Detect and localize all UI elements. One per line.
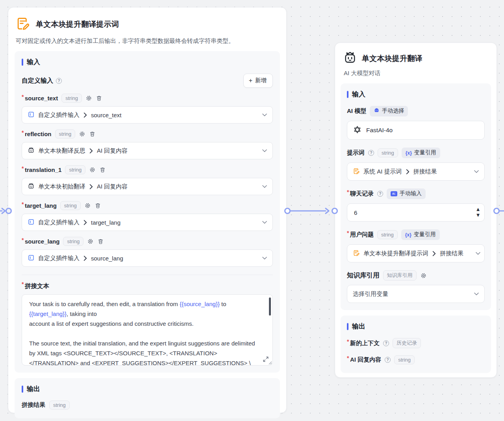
help-icon[interactable] [377,191,383,197]
param-type-badge: string [55,129,76,138]
plugin-icon [28,218,35,227]
param-row-target-lang: target_lang string 自定义插件输入 target_lang [22,201,273,231]
stepper-up-icon[interactable] [476,205,480,211]
ref-field-name: source_text [91,112,122,118]
help-icon[interactable] [385,357,391,363]
chat-history-input[interactable]: 6 [347,203,485,222]
param-row-source-lang: source_lang string 自定义插件输入 source_lang [22,237,273,267]
ref-field-name: AI 回复内容 [97,183,128,190]
context-output-name: 新的上下文 [350,340,380,347]
help-icon[interactable] [56,78,62,84]
robot-icon [28,147,35,155]
section-title: 输出 [27,384,40,393]
chevron-down-icon [262,185,267,188]
param-delete-icon[interactable] [94,202,101,209]
expand-icon[interactable] [263,356,269,362]
param-name: target_lang [25,202,57,209]
model-mode-badge[interactable]: 手动选择 [370,106,408,116]
chevron-right-icon [83,256,87,261]
plugin-icon [28,254,35,262]
variable-icon [405,231,411,238]
chevron-right-icon [89,148,93,153]
context-badge: 历史记录 [393,338,421,348]
robot-icon [28,183,35,191]
chat-history-label: 聊天记录 [350,190,374,198]
ref-node-name: 系统 AI 提示词 [363,168,402,175]
node-subtitle: AI 大模型对话 [344,70,489,77]
kb-settings-icon[interactable] [420,272,427,279]
param-type-badge: string [60,201,81,210]
param-name: reflection [25,131,52,137]
concat-text-label: 拼接文本 [25,282,49,290]
param-ref-select[interactable]: 自定义插件输入 source_text [22,106,273,124]
param-delete-icon[interactable] [96,95,102,102]
add-param-button[interactable]: 新增 [243,74,273,88]
help-icon[interactable] [368,150,374,156]
param-settings-icon[interactable] [84,202,91,209]
output-panel: 输出 拼接结果 string [15,378,280,418]
kb-placeholder: 选择引用变量 [353,290,388,298]
manual-input-badge[interactable]: 手动输入 [387,188,426,199]
param-type-badge: string [65,165,85,174]
input-panel: 输入 自定义输入 新增 source_text string [15,51,280,373]
chevron-down-icon [262,149,267,152]
param-ref-select[interactable]: 自定义插件输入 source_lang [22,249,273,267]
variable-token: {{target_lang}} [29,310,67,317]
param-settings-icon[interactable] [89,166,96,173]
node-description: 可对固定或传入的文本进行加工后输出，非字符串类型数据最终会转成字符串类型。 [16,37,279,45]
workflow-canvas[interactable]: 单文本块提升翻译提示词 可对固定或传入的文本进行加工后输出，非字符串类型数据最终… [0,0,504,421]
param-ref-select[interactable]: 单文本块初始翻译 AI 回复内容 [22,178,273,195]
document-pencil-icon [353,168,360,176]
variable-ref-badge[interactable]: 变量引用 [401,229,440,240]
param-settings-icon[interactable] [79,131,85,137]
chevron-right-icon [432,251,436,256]
param-delete-icon[interactable] [99,166,106,173]
ref-field-name: target_lang [91,219,120,226]
param-ref-select[interactable]: 自定义插件输入 target_lang [22,214,273,231]
openai-logo-icon [353,125,362,136]
param-name: translation_1 [25,166,61,173]
section-title: 输入 [352,90,365,99]
param-delete-icon[interactable] [89,131,96,137]
concat-text-editor[interactable]: Your task is to carefully read, then edi… [22,294,273,366]
ref-node-name: 单文本块提升翻译提示词 [363,250,428,257]
textarea-scrollbar[interactable] [269,297,271,316]
input-section-header: 输入 [347,90,485,99]
param-delete-icon[interactable] [97,238,104,245]
node-header: 单文本块提升翻译 [343,51,489,66]
help-icon[interactable] [383,340,389,346]
node-llm-chat[interactable]: 单文本块提升翻译 AI 大模型对话 输入 AI 模型 手动选择 FastAI-4… [335,42,497,378]
prompt-ref-select[interactable]: 系统 AI 提示词 拼接结果 [347,162,485,181]
section-title: 输出 [352,322,365,331]
stepper-down-icon[interactable] [476,211,480,217]
ref-node-name: 单文本块翻译反思 [38,147,85,155]
param-settings-icon[interactable] [85,95,92,102]
prompt-line: The source text, the initial translation… [29,338,262,366]
model-name: FastAI-4o [366,127,393,134]
chevron-right-icon [83,220,87,225]
prompt-text: to [220,301,226,307]
ref-node-name: 自定义插件输入 [38,255,80,262]
chevron-down-icon [262,113,267,116]
node-prompt-builder[interactable]: 单文本块提升翻译提示词 可对固定或传入的文本进行加工后输出，非字符串类型数据最终… [8,7,287,413]
variable-ref-badge[interactable]: 变量引用 [402,148,440,158]
output-section-header: 输出 [347,322,485,331]
kb-ref-select[interactable]: 选择引用变量 [347,285,485,303]
node-header: 单文本块提升翻译提示词 [15,16,279,33]
chevron-down-icon [476,252,480,255]
robot-blue-icon [374,108,380,114]
param-ref-select[interactable]: 单文本块翻译反思 AI 回复内容 [22,142,273,159]
ref-field-name: 拼接结果 [440,250,463,257]
user-question-ref-select[interactable]: 单文本块提升翻译提示词 拼接结果 [347,244,485,262]
section-accent-bar [22,386,23,393]
resize-grip-icon[interactable] [269,361,272,365]
plugin-icon [28,111,35,119]
number-stepper[interactable] [476,205,480,217]
reply-type-badge: string [394,355,415,364]
param-name: source_lang [25,238,59,245]
variable-token: {{source_lang}} [180,301,220,307]
output-panel: 输出 新的上下文 历史记录 AI 回复内容 string [341,316,491,373]
custom-input-label: 自定义输入 [22,77,62,85]
param-settings-icon[interactable] [87,238,94,245]
model-select[interactable]: FastAI-4o [347,121,485,140]
